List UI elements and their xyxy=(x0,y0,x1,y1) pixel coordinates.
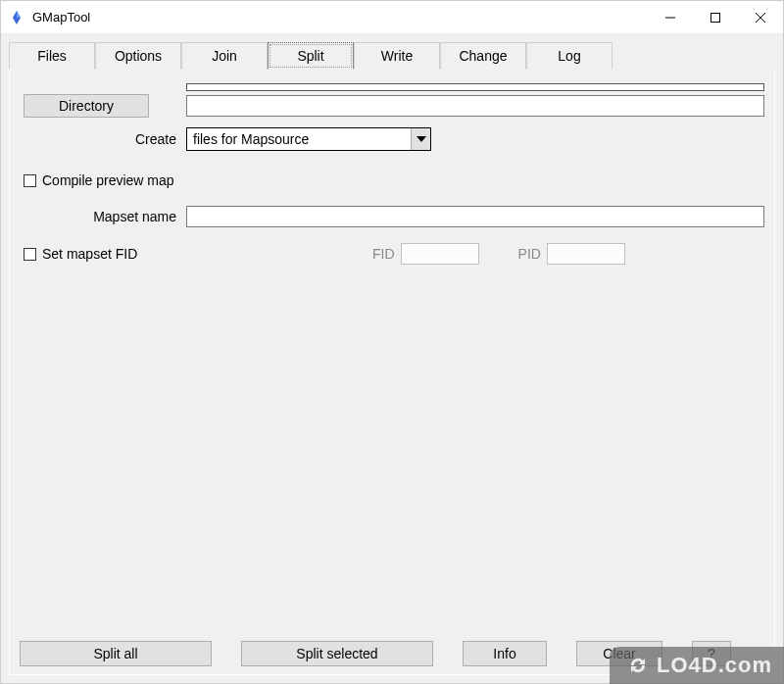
set-mapset-fid-checkbox[interactable] xyxy=(24,248,36,261)
minimize-button[interactable] xyxy=(648,1,693,34)
dropdown-arrow-icon xyxy=(411,128,430,150)
fid-input[interactable] xyxy=(401,243,479,265)
compile-preview-label: Compile preview map xyxy=(42,172,174,188)
split-all-button[interactable]: Split all xyxy=(20,641,212,666)
compile-preview-checkbox[interactable] xyxy=(24,174,36,187)
titlebar: GMapTool xyxy=(1,1,783,34)
create-label: Create xyxy=(20,131,186,147)
tab-panel-split: Directory Create files for Mapsource Com… xyxy=(9,70,775,675)
fid-label: FID xyxy=(372,246,401,262)
app-icon xyxy=(9,10,24,25)
tab-bar: Files Options Join Split Write Change Lo… xyxy=(9,40,775,70)
path-display xyxy=(186,83,764,91)
maximize-button[interactable] xyxy=(693,1,738,34)
pid-label: PID xyxy=(518,246,547,262)
directory-button[interactable]: Directory xyxy=(24,94,149,118)
tab-write[interactable]: Write xyxy=(354,42,440,70)
tab-join[interactable]: Join xyxy=(181,42,268,70)
tab-log[interactable]: Log xyxy=(526,42,612,70)
svg-rect-3 xyxy=(711,13,720,22)
refresh-icon xyxy=(627,655,649,676)
pid-input[interactable] xyxy=(547,243,625,265)
create-select[interactable]: files for Mapsource xyxy=(186,127,431,151)
info-button[interactable]: Info xyxy=(463,641,547,666)
watermark: LO4D.com xyxy=(610,647,784,684)
window-title: GMapTool xyxy=(32,10,90,24)
watermark-text: LO4D.com xyxy=(657,653,772,678)
mapset-name-input[interactable] xyxy=(186,206,764,227)
app-window: GMapTool Files Options Join Split Write … xyxy=(0,0,784,684)
split-selected-button[interactable]: Split selected xyxy=(241,641,433,666)
tab-options[interactable]: Options xyxy=(95,42,181,70)
directory-input[interactable] xyxy=(186,95,764,117)
tab-change[interactable]: Change xyxy=(440,42,526,70)
svg-marker-1 xyxy=(17,11,21,18)
tab-files[interactable]: Files xyxy=(9,42,95,70)
mapset-name-label: Mapset name xyxy=(20,209,186,224)
tab-split[interactable]: Split xyxy=(268,42,354,70)
set-mapset-fid-label: Set mapset FID xyxy=(42,246,137,262)
client-area: Files Options Join Split Write Change Lo… xyxy=(1,34,783,683)
close-button[interactable] xyxy=(738,1,783,34)
compile-preview-row[interactable]: Compile preview map xyxy=(20,172,764,188)
create-select-value: files for Mapsource xyxy=(187,131,411,147)
svg-marker-6 xyxy=(416,136,426,142)
